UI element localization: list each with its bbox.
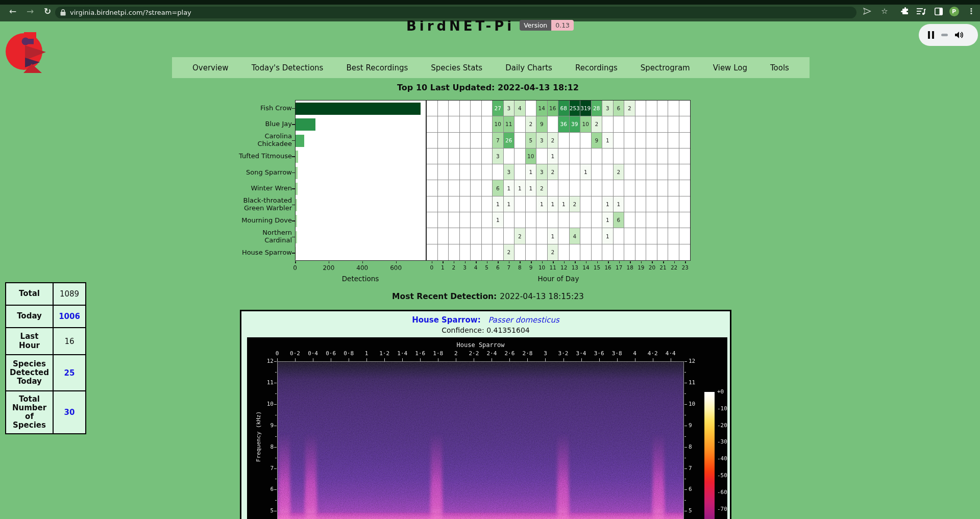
spectrogram-time-tick: 3·8 [608, 350, 626, 357]
volume-icon[interactable] [955, 31, 964, 39]
nav-bar: OverviewToday's DetectionsBest Recording… [172, 57, 810, 78]
heatmap-cell [514, 133, 526, 149]
heatmap-cell [438, 228, 449, 244]
nav-item-tools[interactable]: Tools [770, 63, 789, 72]
stats-value[interactable]: 30 [53, 391, 86, 434]
spectrogram-time-tick: 1·4 [394, 350, 411, 357]
nav-item-daily-charts[interactable]: Daily Charts [505, 63, 552, 72]
spectrogram-time-tick: 0·6 [322, 350, 339, 357]
pause-icon[interactable] [928, 31, 934, 39]
stats-value[interactable]: 1006 [53, 305, 86, 328]
stats-table: Total1089Today1006Last Hour16Species Det… [5, 282, 86, 434]
heatmap-cell [558, 228, 570, 244]
heatmap-cell [668, 244, 679, 260]
menu-kebab-icon[interactable]: ⋮ [966, 6, 977, 16]
avatar[interactable]: P [948, 6, 960, 16]
stats-value[interactable]: 25 [53, 355, 86, 391]
nav-item-today-s-detections[interactable]: Today's Detections [252, 63, 324, 72]
heatmap-cell [668, 212, 679, 228]
species-common-name-link[interactable]: House Sparrow: [412, 315, 480, 325]
heatmap-cell [614, 180, 625, 196]
spectrogram-time-tick: 3·6 [591, 350, 608, 357]
nav-item-recordings[interactable]: Recordings [575, 63, 618, 72]
hour-heatmap: 2734141668253319283621011293639102726532… [426, 100, 691, 261]
spectrogram-time-tick: 1·6 [411, 350, 429, 357]
heatmap-cell [536, 212, 548, 228]
heatmap-cell [460, 116, 471, 132]
heatmap-cell [548, 116, 559, 132]
seek-dash[interactable] [941, 34, 948, 36]
heatmap-cell [471, 244, 482, 260]
heatmap-cell [570, 149, 581, 164]
nav-item-best-recordings[interactable]: Best Recordings [346, 63, 408, 72]
nav-item-species-stats[interactable]: Species Stats [431, 63, 482, 72]
heatmap-cell [592, 180, 603, 196]
heatmap-cell [679, 196, 691, 212]
spectrogram-time-tick: 2·8 [519, 350, 536, 357]
side-panel-icon[interactable] [933, 6, 944, 16]
heatmap-cell [427, 244, 438, 260]
heatmap-cell [635, 101, 647, 116]
page-title: BirdNET-Pi [406, 18, 514, 34]
spectrogram-time-tick: 3 [536, 350, 554, 357]
version-label: Version [520, 20, 551, 31]
heatmap-cell [471, 133, 482, 149]
heatmap-cell [482, 101, 493, 116]
heatmap-cell: 1 [602, 212, 614, 228]
heatmap-cell [592, 149, 603, 164]
heatmap-cell [449, 196, 460, 212]
url-bar[interactable]: virginia.birdnetpi.com/?stream=play [55, 7, 856, 18]
species-label: Song Sparrow [220, 164, 292, 181]
heatmap-cell [646, 164, 657, 180]
heatmap-cell [614, 149, 625, 164]
heatmap-cell [657, 101, 669, 116]
heatmap-cell [624, 164, 635, 180]
heatmap-cell [482, 149, 493, 164]
stats-row: Last Hour16 [6, 328, 86, 355]
spectrogram-ylabel: Frequency (kHz) [255, 399, 262, 475]
spectrogram-time-tick: 2·6 [501, 350, 518, 357]
heatmap-cell [679, 164, 691, 180]
spectrogram-freq-tick: 8 [689, 443, 702, 450]
send-icon[interactable] [862, 6, 873, 16]
heatmap-cell [482, 228, 493, 244]
heatmap-cell [668, 149, 679, 164]
nav-item-view-log[interactable]: View Log [713, 63, 747, 72]
heatmap-cell: 6 [493, 180, 504, 196]
forward-icon[interactable]: → [24, 7, 36, 16]
stats-row: Total Number of Species30 [6, 391, 86, 434]
heatmap-cell: 3 [504, 164, 515, 180]
detections-bar-panel [295, 100, 426, 261]
heatmap-cell [493, 244, 504, 260]
spectrogram-freq-tick: 12 [260, 358, 274, 364]
nav-item-overview[interactable]: Overview [192, 63, 229, 72]
heatmap-cell [471, 116, 482, 132]
heatmap-cell [558, 133, 570, 149]
reload-icon[interactable]: ↻ [42, 7, 53, 16]
star-icon[interactable]: ☆ [879, 6, 890, 16]
audio-player[interactable] [919, 24, 978, 46]
heatmap-cell [580, 228, 592, 244]
heatmap-cell [482, 244, 493, 260]
heatmap-cell [482, 116, 493, 132]
extensions-icon[interactable] [899, 6, 911, 16]
heatmap-cell: 3 [504, 101, 515, 116]
heatmap-cell [427, 101, 438, 116]
heatmap-cell: 10 [580, 116, 592, 132]
nav-item-spectrogram[interactable]: Spectrogram [641, 63, 690, 72]
heatmap-cell: 2 [570, 196, 581, 212]
heatmap-cell [449, 164, 460, 180]
spectrogram-time-tick: 0·4 [304, 350, 322, 357]
media-playlist-icon[interactable] [916, 6, 927, 16]
heatmap-cell: 2 [548, 244, 559, 260]
heatmap-cell: 14 [536, 101, 548, 116]
browser-window: ← → ↻ virginia.birdnetpi.com/?stream=pla… [0, 0, 980, 519]
back-icon[interactable]: ← [7, 7, 18, 16]
heatmap-cell: 1 [526, 180, 537, 196]
heatmap-cell: 1 [536, 196, 548, 212]
heatmap-cell [602, 244, 614, 260]
spectrogram-freq-tick: 8 [260, 443, 274, 450]
heatmap-cell [427, 164, 438, 180]
heatmap-cell [657, 196, 669, 212]
heatmap-cell [526, 228, 537, 244]
